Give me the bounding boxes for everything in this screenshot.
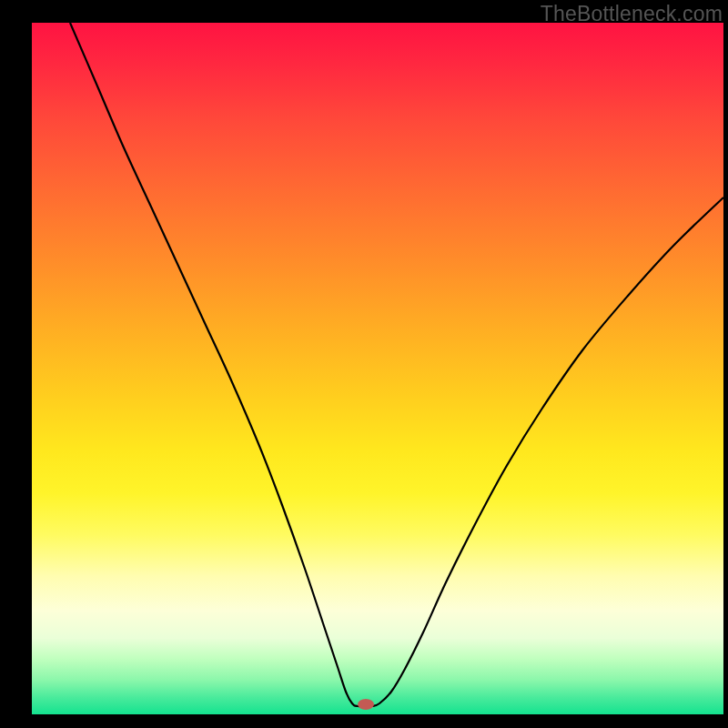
curve-layer: [32, 23, 723, 714]
optimum-marker: [358, 699, 374, 710]
plot-area: [32, 23, 723, 714]
watermark-text: TheBottleneck.com: [541, 2, 723, 26]
chart-frame: TheBottleneck.com: [0, 0, 728, 728]
bottleneck-curve: [70, 23, 723, 706]
